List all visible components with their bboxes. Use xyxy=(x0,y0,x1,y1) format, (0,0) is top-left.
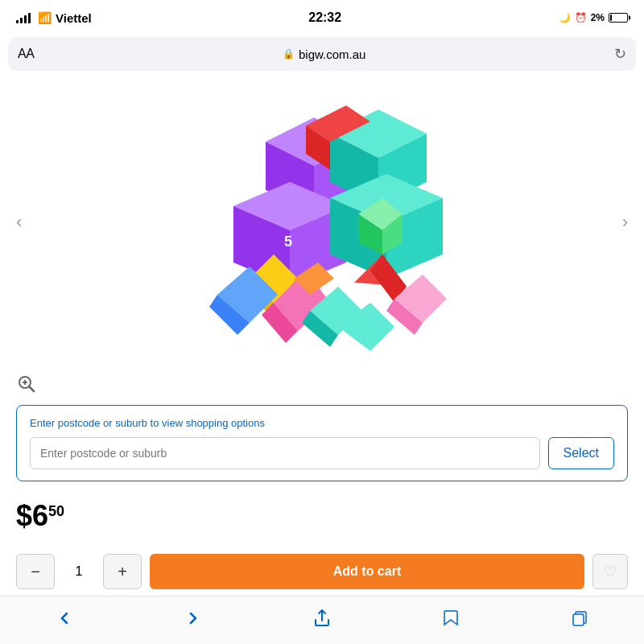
svg-text:5: 5 xyxy=(284,233,292,250)
status-left: 📶 Viettel xyxy=(16,11,92,25)
zoom-in-icon[interactable] xyxy=(16,374,37,394)
wifi-icon: 📶 xyxy=(38,11,52,24)
price-cents: 50 xyxy=(48,504,64,518)
action-bar: − 1 + Add to cart ♡ xyxy=(0,547,644,596)
price-section: $6 50 xyxy=(0,493,644,539)
text-size-button[interactable]: AA xyxy=(18,47,34,61)
shipping-label: Enter postcode or suburb to view shoppin… xyxy=(30,417,614,429)
moon-icon: 🌙 xyxy=(559,12,571,23)
select-button[interactable]: Select xyxy=(548,437,614,469)
product-image-container: ‹ xyxy=(0,77,644,367)
image-nav-left[interactable]: ‹ xyxy=(8,204,30,241)
plus-icon: + xyxy=(118,563,127,581)
minus-icon: − xyxy=(31,563,40,581)
nav-back-button[interactable] xyxy=(44,602,85,634)
carrier-label: Viettel xyxy=(56,11,92,25)
shipping-section: Enter postcode or suburb to view shoppin… xyxy=(16,405,628,481)
battery-icon xyxy=(609,13,628,23)
status-right: 🌙 ⏰ 2% xyxy=(559,12,628,23)
quantity-plus-button[interactable]: + xyxy=(103,554,142,589)
url-text: bigw.com.au xyxy=(299,47,365,61)
product-image: 5 5 xyxy=(169,93,475,351)
alarm-icon: ⏰ xyxy=(575,12,587,23)
image-nav-right[interactable]: › xyxy=(614,204,636,241)
reload-button[interactable]: ↻ xyxy=(614,45,626,63)
heart-icon: ♡ xyxy=(603,562,617,581)
status-bar: 📶 Viettel 22:32 🌙 ⏰ 2% xyxy=(0,0,644,35)
signal-bars-icon xyxy=(16,13,31,23)
browser-address-bar[interactable]: AA 🔒 bigw.com.au ↻ xyxy=(8,37,636,71)
url-area[interactable]: 🔒 bigw.com.au xyxy=(42,47,606,61)
battery-percent: 2% xyxy=(591,12,605,23)
svg-line-36 xyxy=(29,386,34,391)
nav-share-button[interactable] xyxy=(302,602,342,634)
nav-tabs-button[interactable] xyxy=(559,602,600,634)
price-dollar: $6 xyxy=(16,502,48,530)
zoom-area xyxy=(0,367,644,401)
bottom-nav xyxy=(0,596,644,644)
price-display: $6 50 xyxy=(16,502,628,530)
add-to-cart-button[interactable]: Add to cart xyxy=(150,554,584,589)
postcode-row: Select xyxy=(30,437,614,469)
postcode-input[interactable] xyxy=(30,437,540,469)
clock: 22:32 xyxy=(308,10,341,25)
quantity-minus-button[interactable]: − xyxy=(16,554,55,589)
nav-bookmarks-button[interactable] xyxy=(431,602,471,634)
nav-forward-button[interactable] xyxy=(173,602,213,634)
lock-icon: 🔒 xyxy=(283,48,295,60)
quantity-value: 1 xyxy=(63,564,95,579)
svg-rect-38 xyxy=(573,614,584,625)
wishlist-button[interactable]: ♡ xyxy=(592,554,628,589)
